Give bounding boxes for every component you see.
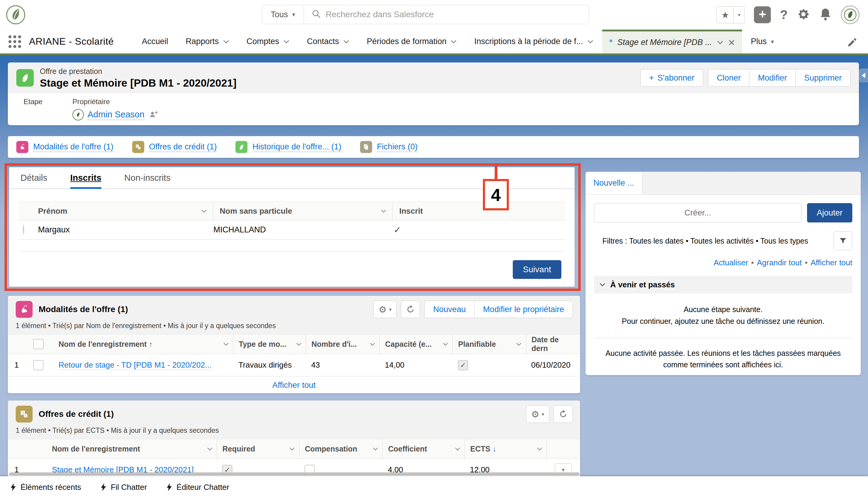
chevron-down-icon: [343, 40, 349, 43]
global-search: Tous ▾: [262, 5, 589, 24]
search-input[interactable]: [326, 10, 567, 19]
select-all-checkbox[interactable]: [33, 339, 43, 349]
column-header-prenom[interactable]: Prénom: [37, 202, 213, 220]
chevron-down-icon[interactable]: [289, 447, 295, 450]
edit-nav-pencil-icon[interactable]: [847, 37, 858, 49]
edit-button[interactable]: Modifier: [749, 69, 795, 87]
global-header: Tous ▾ ★ ▾ + ?: [0, 0, 868, 29]
utility-chatter-publisher[interactable]: Éditeur Chatter: [166, 483, 229, 492]
chevron-down-icon[interactable]: [207, 447, 212, 450]
tab-inscrits[interactable]: Inscrits: [70, 167, 102, 188]
quicklink-modalites-link[interactable]: Modalités de l'offre (1): [33, 142, 114, 152]
chevron-down-icon[interactable]: [717, 40, 723, 44]
inscrits-table-row[interactable]: Margaux MICHALLAND ✓: [18, 220, 566, 240]
utility-recent-items[interactable]: Éléments récents: [10, 483, 81, 492]
modalites-refresh-button[interactable]: [401, 301, 420, 318]
tab-nouvelle[interactable]: Nouvelle ...: [586, 172, 642, 194]
search-scope-selector[interactable]: Tous ▾: [262, 5, 304, 24]
next-button[interactable]: Suivant: [513, 260, 561, 279]
credits-refresh-button[interactable]: [553, 405, 573, 423]
refresh-activities-link[interactable]: Actualiser: [713, 258, 748, 267]
column-header-type[interactable]: Type de mo...: [233, 335, 306, 354]
upcoming-section-header[interactable]: À venir et passés: [594, 276, 852, 293]
chevron-down-icon[interactable]: [455, 447, 460, 450]
modalites-show-all-link[interactable]: Afficher tout: [272, 381, 316, 390]
credits-title: Offres de crédit (1): [39, 409, 114, 419]
help-icon[interactable]: ?: [780, 8, 788, 22]
expand-all-link[interactable]: Agrandir tout: [757, 258, 802, 267]
chevron-down-icon[interactable]: [373, 447, 378, 450]
chevron-down-icon[interactable]: [223, 343, 229, 346]
favorites-control[interactable]: ★ ▾: [716, 6, 745, 23]
quicklink-credits-link[interactable]: Offres de crédit (1): [149, 142, 217, 152]
nav-tab-inscriptions[interactable]: Inscriptions à la période de f...: [465, 29, 602, 53]
delete-button[interactable]: Supprimer: [795, 69, 851, 87]
close-icon[interactable]: [728, 39, 735, 46]
horizontal-scrollbar[interactable]: [9, 472, 579, 475]
subscribe-button[interactable]: + S'abonner: [641, 69, 703, 87]
add-button[interactable]: Ajouter: [807, 203, 852, 222]
chevron-down-icon[interactable]: [201, 209, 207, 213]
quicklink-historique-link[interactable]: Historique de l'offre... (1): [252, 142, 341, 152]
filter-funnel-icon[interactable]: [833, 232, 852, 250]
setup-gear-icon[interactable]: [797, 8, 810, 22]
nav-tab-accueil[interactable]: Accueil: [133, 29, 177, 53]
credits-meta: 1 élément • Trié(s) par ECTS • Mis à jou…: [8, 423, 580, 439]
create-activity-input[interactable]: [594, 203, 802, 222]
tab-details[interactable]: Détails: [21, 167, 48, 188]
chevron-down-icon[interactable]: [370, 343, 375, 346]
tab-non-inscrits[interactable]: Non-inscrits: [124, 167, 171, 188]
utility-chatter-feed[interactable]: Fil Chatter: [101, 483, 147, 492]
sort-desc-icon: ↓: [492, 445, 497, 453]
modalites-table-row[interactable]: 1 Retour de stage - TD [PDB M1 - 2020/20…: [8, 354, 580, 376]
change-owner-icon[interactable]: [148, 109, 158, 120]
credits-table: Nom de l'enregistrement Required Compens…: [8, 439, 580, 476]
nav-tab-periodes-de-formation[interactable]: Périodes de formation: [358, 29, 465, 53]
column-header-compensation[interactable]: Compensation: [299, 439, 382, 458]
star-icon[interactable]: ★: [717, 6, 734, 23]
chevron-down-icon[interactable]: [381, 209, 386, 213]
column-header-nom-enregistrement[interactable]: Nom de l'enregistrement ↑: [53, 335, 233, 354]
column-header-required[interactable]: Required: [217, 439, 299, 458]
quicklink-fichiers-link[interactable]: Fichiers (0): [377, 142, 418, 152]
modalites-table: Nom de l'enregistrement ↑ Type de mo... …: [8, 334, 580, 390]
nav-tab-more[interactable]: Plus ▾: [742, 29, 783, 53]
column-header-inscrit[interactable]: Inscrit: [392, 202, 566, 220]
app-launcher-icon[interactable]: [9, 29, 21, 53]
nav-tab-record-active[interactable]: * Stage et Mémoire [PDB ...: [602, 29, 742, 53]
chevron-down-icon[interactable]: [516, 343, 522, 346]
chevron-down-icon[interactable]: [537, 447, 542, 450]
modalites-change-owner-button[interactable]: Modifier le propriétaire: [474, 301, 573, 318]
credits-related-list: Offres de crédit (1) ⚙ ▾ 1 élément • Tri…: [8, 401, 580, 476]
column-header-nom[interactable]: Nom sans particule: [213, 202, 392, 220]
notifications-bell-icon[interactable]: [819, 8, 832, 22]
view-all-link[interactable]: Afficher tout: [811, 258, 852, 267]
nav-tab-rapports[interactable]: Rapports: [177, 29, 238, 53]
column-header-coefficient[interactable]: Coefficient: [382, 439, 464, 458]
row-checkbox[interactable]: [33, 360, 43, 370]
search-icon: [312, 9, 321, 19]
modalites-settings-button[interactable]: ⚙ ▾: [373, 301, 397, 318]
chevron-down-icon[interactable]: [296, 343, 302, 346]
collapse-panel-button[interactable]: [859, 68, 868, 82]
column-header-capacite[interactable]: Capacité (e...: [379, 335, 452, 354]
owner-link[interactable]: Admin Season: [88, 109, 145, 120]
credits-settings-button[interactable]: ⚙ ▾: [526, 405, 549, 423]
column-header-nombre[interactable]: Nombre d'i...: [306, 335, 379, 354]
row-radio[interactable]: [23, 225, 24, 235]
entity-type-label: Offre de prestation: [40, 67, 237, 76]
modalites-record-link[interactable]: Retour de stage - TD [PDB M1 - 2020/202.…: [58, 361, 212, 370]
modalites-icon: [16, 301, 32, 318]
column-header-planifiable[interactable]: Planifiable: [452, 335, 526, 354]
column-header-ects[interactable]: ECTS ↓: [464, 439, 547, 458]
user-avatar[interactable]: [841, 5, 859, 24]
modalites-new-button[interactable]: Nouveau: [424, 301, 474, 318]
nav-tab-contacts[interactable]: Contacts: [298, 29, 358, 53]
nav-tab-comptes[interactable]: Comptes: [238, 29, 298, 53]
column-header-date[interactable]: Date de dern: [526, 335, 580, 354]
clone-button[interactable]: Cloner: [708, 69, 749, 87]
global-actions-icon[interactable]: +: [754, 6, 771, 23]
favorites-chevron-icon[interactable]: ▾: [734, 6, 745, 23]
column-header-nom-enregistrement[interactable]: Nom de l'enregistrement: [47, 439, 217, 458]
chevron-down-icon[interactable]: [443, 343, 448, 346]
